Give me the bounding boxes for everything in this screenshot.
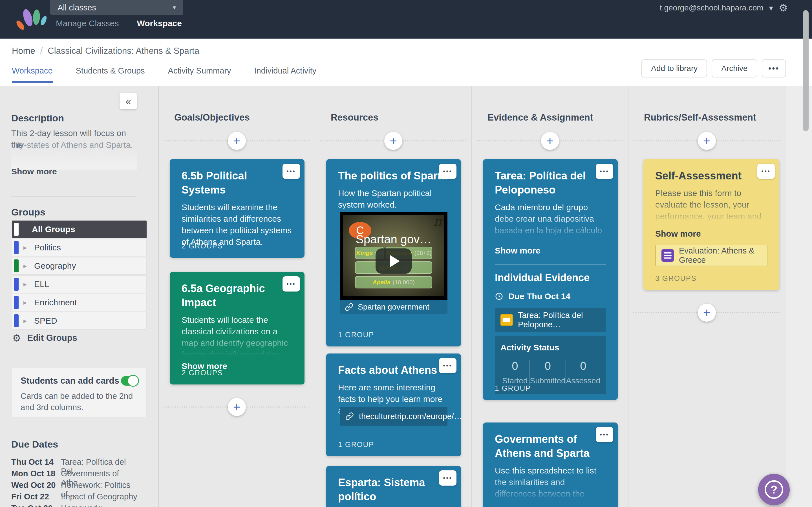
video-attachment: C π Spartan gov… Kings (2) Gerousia (28+… xyxy=(340,212,448,314)
add-to-library-button[interactable]: Add to library xyxy=(642,59,707,77)
sidebar-collapse-button[interactable]: « xyxy=(119,93,137,109)
card-title: Governments of Athens and Sparta xyxy=(495,432,606,460)
add-card-button[interactable]: + xyxy=(698,132,716,150)
caret-down-icon: ▾ xyxy=(173,4,176,11)
caret-right-icon[interactable]: ▸ xyxy=(23,244,32,251)
header-actions: Add to library Archive ••• xyxy=(642,59,786,77)
caret-right-icon[interactable]: ▸ xyxy=(23,298,32,306)
sidebar-divider xyxy=(11,429,136,429)
nav-workspace[interactable]: Workspace xyxy=(137,18,182,28)
add-card-button[interactable]: + xyxy=(228,132,246,150)
video-player[interactable]: C π Spartan gov… Kings (2) Gerousia (28+… xyxy=(340,212,448,300)
slides-icon xyxy=(500,314,513,326)
edit-groups-button[interactable]: ⚙ Edit Groups xyxy=(12,333,77,343)
collapse-icon: « xyxy=(126,96,131,107)
add-card-button[interactable]: + xyxy=(698,304,716,322)
gear-icon[interactable]: ⚙ xyxy=(779,3,788,13)
attachment-label: Evaluation: Athens & Greece xyxy=(679,246,761,265)
card-show-more[interactable]: Show more xyxy=(655,229,767,238)
description-fade xyxy=(11,146,137,170)
card-groups-count: 3 GROUPS xyxy=(655,274,696,283)
form-attachment[interactable]: Evaluation: Athens & Greece xyxy=(655,245,767,266)
group-row-sped[interactable]: ▸ SPED xyxy=(12,312,147,330)
add-card-button[interactable]: + xyxy=(228,398,246,416)
card-politics-of-sparta[interactable]: ••• The politics of Sparta How the Spart… xyxy=(326,159,461,346)
caret-right-icon[interactable]: ▸ xyxy=(23,280,32,288)
group-row-geography[interactable]: ▸ Geography xyxy=(12,257,147,275)
card-groups-count: 1 GROUP xyxy=(338,440,374,449)
card-body: Please use this form to evaluate the les… xyxy=(655,187,767,224)
tab-activity-summary[interactable]: Activity Summary xyxy=(168,66,231,83)
card-menu-button[interactable]: ••• xyxy=(439,470,456,486)
group-row-politics[interactable]: ▸ Politics xyxy=(12,239,147,256)
groups-list: All Groups ▸ Politics ▸ Geography ▸ ELL … xyxy=(12,221,147,330)
breadcrumb-home[interactable]: Home xyxy=(12,46,35,56)
students-can-add-cards-label: Students can add cards xyxy=(20,376,119,386)
card-groups-count: 2 GROUPS xyxy=(182,369,223,377)
students-can-add-cards-panel: Students can add cards Cards can be adde… xyxy=(12,368,147,418)
link-icon xyxy=(345,303,353,311)
scrollbar-thumb[interactable] xyxy=(803,10,809,131)
card-body: Students will locate the classical civil… xyxy=(182,314,293,356)
add-card-button[interactable]: + xyxy=(384,132,402,150)
clock-icon xyxy=(495,292,503,300)
card-menu-button[interactable]: ••• xyxy=(596,164,613,179)
card-body: Cada miembro del grupo debe crear una di… xyxy=(495,202,606,241)
archive-button[interactable]: Archive xyxy=(712,59,757,77)
card-menu-button[interactable]: ••• xyxy=(596,427,613,442)
card-tarea-politica[interactable]: ••• Tarea: Política del Peloponeso Cada … xyxy=(483,159,618,400)
students-can-add-cards-toggle[interactable] xyxy=(121,376,138,386)
video-link[interactable]: Spartan government xyxy=(340,300,448,314)
sidebar-divider xyxy=(11,196,136,196)
description-show-more[interactable]: Show more xyxy=(11,167,57,176)
slides-attachment[interactable]: Tarea: Política del Pelopone… xyxy=(495,308,606,332)
card-self-assessment[interactable]: ••• Self-Assessment Please use this form… xyxy=(644,159,779,290)
card-menu-button[interactable]: ••• xyxy=(283,164,300,179)
caret-right-icon[interactable]: ▸ xyxy=(23,262,32,270)
students-can-add-cards-description: Cards can be added to the 2nd and 3rd co… xyxy=(20,390,138,413)
play-button[interactable] xyxy=(375,248,412,274)
pi-symbol: π xyxy=(434,215,442,228)
link-attachment[interactable]: theculturetrip.com/europe/… xyxy=(340,407,448,426)
group-color-bar xyxy=(14,241,18,254)
card-show-more[interactable]: Show more xyxy=(495,246,606,256)
class-selector[interactable]: All classes ▾ xyxy=(50,0,183,15)
breadcrumb-current: Classical Civilizations: Athens & Sparta xyxy=(48,46,199,56)
stat-started: 0 Started xyxy=(500,360,529,385)
caret-right-icon[interactable]: ▸ xyxy=(23,317,32,325)
tab-students-groups[interactable]: Students & Groups xyxy=(76,66,145,83)
card-political-systems[interactable]: ••• 6.5b Political Systems Students will… xyxy=(170,159,305,258)
card-menu-button[interactable]: ••• xyxy=(439,358,456,373)
due-date-row: Fri Oct 22 Impact of Geography xyxy=(11,492,139,504)
card-title: 6.5a Geographic Impact xyxy=(182,281,293,309)
add-card-row: + xyxy=(158,132,315,150)
card-esparta[interactable]: ••• Esparta: Sistema político Esta expli… xyxy=(326,466,461,507)
top-navigation: Manage Classes Workspace xyxy=(56,18,182,28)
tab-individual-activity[interactable]: Individual Activity xyxy=(254,66,317,83)
group-color-bar xyxy=(14,314,18,327)
more-actions-button[interactable]: ••• xyxy=(762,59,786,77)
due-date-label: Due Thu Oct 14 xyxy=(508,291,570,301)
question-mark-icon: ? xyxy=(765,480,783,499)
group-row-all-groups[interactable]: All Groups xyxy=(12,221,147,238)
card-menu-button[interactable]: ••• xyxy=(439,164,456,179)
group-row-ell[interactable]: ▸ ELL xyxy=(12,276,147,293)
card-menu-button[interactable]: ••• xyxy=(757,164,775,179)
caret-down-icon[interactable]: ▾ xyxy=(769,3,773,13)
add-card-button[interactable]: + xyxy=(541,132,559,150)
card-governments[interactable]: ••• Governments of Athens and Sparta Use… xyxy=(483,422,618,507)
due-date-row: Thu Oct 14 Tarea: Política del Pel… xyxy=(11,457,139,469)
gear-icon: ⚙ xyxy=(12,333,21,343)
column-title-rubrics: Rubrics/Self-Assessment xyxy=(644,112,756,123)
nav-manage-classes[interactable]: Manage Classes xyxy=(56,18,119,28)
help-button[interactable]: ? xyxy=(758,474,790,505)
card-menu-button[interactable]: ••• xyxy=(283,276,300,291)
account-email[interactable]: t.george@school.hapara.com xyxy=(660,3,763,12)
due-dates-list: Thu Oct 14 Tarea: Política del Pel… Mon … xyxy=(11,457,139,507)
attachment-label: Tarea: Política del Pelopone… xyxy=(518,311,600,329)
card-facts-about-athens[interactable]: ••• Facts about Athens Here are some int… xyxy=(326,353,461,456)
group-row-enrichment[interactable]: ▸ Enrichment xyxy=(12,294,147,311)
group-color-bar xyxy=(14,223,18,236)
card-geographic-impact[interactable]: ••• 6.5a Geographic Impact Students will… xyxy=(170,272,305,385)
tab-workspace[interactable]: Workspace xyxy=(12,66,53,83)
